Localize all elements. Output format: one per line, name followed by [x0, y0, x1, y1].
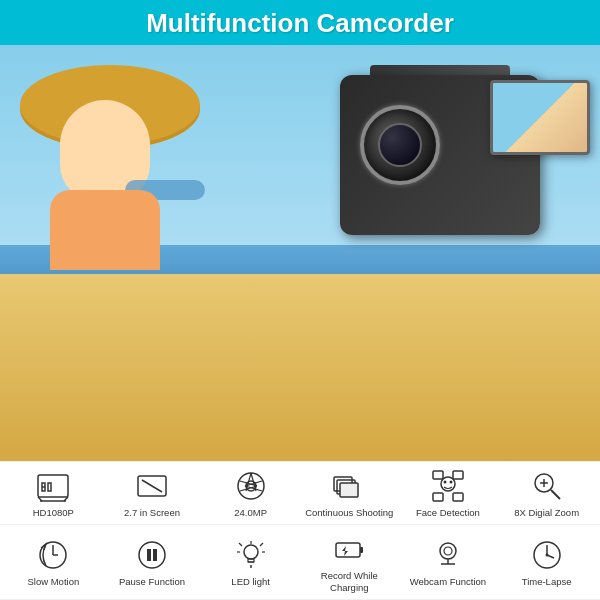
hd-icon: [35, 468, 71, 504]
svg-rect-45: [360, 547, 363, 553]
screen-preview: [493, 83, 587, 152]
zoom-label: 8X Digial Zoom: [514, 507, 579, 518]
led-icon: [233, 537, 269, 573]
svg-line-8: [142, 480, 162, 492]
svg-point-26: [449, 480, 452, 483]
svg-rect-21: [453, 471, 463, 479]
girl-face: [60, 100, 150, 200]
features-row-1: HD1080P 2.7 in Screen: [0, 462, 600, 525]
webcam-label: Webcam Function: [410, 576, 486, 587]
led-label: LED light: [231, 576, 270, 587]
scene: [0, 45, 600, 461]
feature-face: Face Detection: [403, 468, 493, 518]
girl-body: [50, 190, 160, 270]
slowmotion-label: Slow Motion: [27, 576, 79, 587]
svg-rect-19: [340, 483, 358, 497]
charging-label: Record While Charging: [304, 570, 394, 593]
webcam-icon: [430, 537, 466, 573]
timelapse-icon: [529, 537, 565, 573]
svg-point-48: [444, 547, 452, 555]
camera-screen: [490, 80, 590, 155]
feature-led: LED light: [206, 537, 296, 587]
feature-pause: Pause Function: [107, 537, 197, 587]
camera-lens: [360, 105, 440, 185]
slowmotion-icon: [35, 537, 71, 573]
header-bar: Multifunction Camcorder: [0, 0, 600, 45]
main-container: Multifunction Camcorder: [0, 0, 600, 600]
feature-hd1080p: HD1080P: [8, 468, 98, 518]
svg-marker-46: [342, 546, 348, 556]
feature-continuous: Continuous Shooting: [304, 468, 394, 518]
screen-icon: [134, 468, 170, 504]
svg-point-47: [440, 543, 456, 559]
camera-product: [340, 65, 590, 265]
svg-point-52: [545, 553, 548, 556]
svg-rect-3: [48, 483, 51, 491]
svg-line-28: [551, 490, 560, 499]
timelapse-label: Time-Lapse: [522, 576, 572, 587]
feature-screen: 2.7 in Screen: [107, 468, 197, 518]
face-label: Face Detection: [416, 507, 480, 518]
features-section: HD1080P 2.7 in Screen: [0, 461, 600, 600]
face-icon: [430, 468, 466, 504]
zoom-icon: [529, 468, 565, 504]
svg-line-42: [260, 543, 263, 546]
svg-rect-44: [336, 543, 360, 557]
continuous-icon: [331, 468, 367, 504]
feature-charging: Record While Charging: [304, 531, 394, 593]
product-image-area: [0, 45, 600, 461]
svg-point-25: [443, 480, 446, 483]
svg-point-9: [238, 473, 264, 499]
svg-rect-33: [147, 549, 151, 561]
svg-rect-22: [433, 493, 443, 501]
aperture-icon: [233, 468, 269, 504]
svg-point-35: [244, 545, 258, 559]
megapixel-label: 24.0MP: [234, 507, 267, 518]
feature-webcam: Webcam Function: [403, 537, 493, 587]
sand-bg: [0, 274, 600, 461]
svg-line-40: [239, 543, 242, 546]
screen-label: 2.7 in Screen: [124, 507, 180, 518]
svg-rect-20: [433, 471, 443, 479]
features-row-2: Slow Motion Pause Function: [0, 525, 600, 600]
feature-slowmotion: Slow Motion: [8, 537, 98, 587]
hd1080p-label: HD1080P: [33, 507, 74, 518]
svg-point-32: [139, 542, 165, 568]
pause-label: Pause Function: [119, 576, 185, 587]
continuous-label: Continuous Shooting: [305, 507, 393, 518]
svg-rect-34: [153, 549, 157, 561]
charging-icon: [331, 531, 367, 567]
pause-icon: [134, 537, 170, 573]
svg-rect-23: [453, 493, 463, 501]
page-title: Multifunction Camcorder: [0, 8, 600, 39]
feature-zoom: 8X Digial Zoom: [502, 468, 592, 518]
feature-timelapse: Time-Lapse: [502, 537, 592, 587]
feature-megapixel: 24.0MP: [206, 468, 296, 518]
